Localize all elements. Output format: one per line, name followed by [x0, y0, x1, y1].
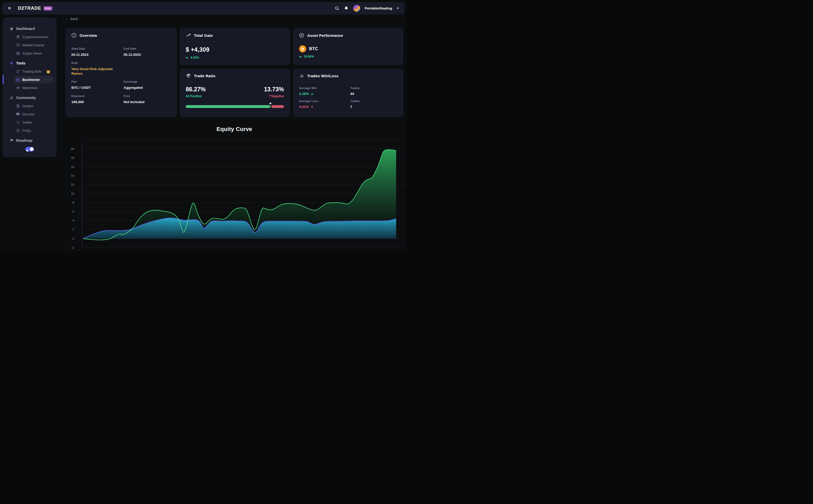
total-gain-change: 4.31%: [186, 56, 284, 59]
sidebar-item-label: FAQs: [22, 129, 31, 133]
total-gain-header: Total Gain: [186, 28, 284, 42]
sidebar-item-label: Twitter: [22, 120, 32, 124]
back-button[interactable]: ← back: [65, 17, 78, 21]
users-icon: [9, 96, 14, 100]
positive-percent: 86.27%: [186, 86, 206, 93]
ratio-marker-icon: [269, 103, 272, 105]
y-tick-label: 2: [73, 228, 74, 231]
overview-field-fees: FeesNot Included: [124, 94, 171, 104]
sidebar-item-market-events[interactable]: Market Events: [3, 41, 57, 49]
positive-count: 44 Positive: [186, 94, 202, 98]
triangle-up-icon: [311, 93, 313, 95]
total-gain-card: Total Gain $ +4,309 4.31%: [180, 28, 290, 65]
home-icon: [9, 27, 14, 31]
sidebar-item-label: Dashboard: [16, 27, 35, 31]
tools-icon: [9, 61, 14, 65]
trades-grid: Average Win 0.28% Trades 44 Average Loss…: [299, 86, 397, 109]
negative-count: 7 Negative: [269, 94, 284, 98]
sidebar-item-crypto-news[interactable]: Crypto News: [3, 49, 57, 57]
asset-name: BTC: [309, 46, 318, 51]
overview-field-risk: RiskVery Good Risk Adjusted Return: [71, 61, 124, 76]
eye-icon: [16, 86, 20, 90]
loss-trades-value: 7: [350, 105, 397, 109]
y-tick-label: 8: [73, 201, 74, 204]
divider: [186, 82, 284, 82]
y-tick-label: 14: [71, 174, 74, 177]
benchmark-line: [83, 218, 396, 239]
sidebar-item-backtester[interactable]: Backtester: [14, 76, 53, 83]
coins-icon: [16, 35, 20, 39]
trades-win-loss-card: Trades Win/Loss Average Win 0.28% Trades…: [293, 68, 403, 117]
ratio-numbers: 86.27% 13.73%: [186, 86, 284, 93]
sidebar-item-twitter[interactable]: Twitter: [3, 118, 57, 126]
y-tick-label: 0: [73, 237, 74, 240]
sidebar-item-label: Roadmap: [16, 138, 32, 143]
y-tick-label: 6: [73, 210, 74, 213]
divider: [186, 42, 284, 42]
app-root: ✕ D2TRADE LIVE PortableShading Dashboard…: [0, 0, 407, 252]
asset-performance-header: Asset Performance: [299, 28, 397, 42]
sidebar-item-trading-bots[interactable]: Trading Bots👑: [3, 68, 57, 75]
news-icon: [16, 51, 20, 55]
y-tick-label: 16: [71, 165, 74, 168]
negative-segment: [271, 105, 284, 108]
scale-icon: [186, 73, 191, 78]
sidebar-item-cryptocurrencies[interactable]: Cryptocurrencies: [3, 33, 57, 41]
ratio-progress-bar: [186, 105, 284, 108]
overview-field-start-date: Start Date04.11.2023: [71, 47, 124, 57]
search-icon[interactable]: [335, 6, 339, 11]
sidebar-item-guides[interactable]: Guides: [3, 102, 57, 110]
win-trades-value: 44: [350, 92, 397, 96]
avg-loss-cell: Average Loss 0.91%: [299, 100, 350, 109]
trades-win-loss-header: Trades Win/Loss: [299, 68, 397, 82]
negative-percent: 13.73%: [264, 86, 284, 93]
ratio-bar-wrap: [186, 105, 284, 108]
crown-icon: 👑: [46, 70, 50, 73]
triangle-up-icon: [186, 57, 188, 58]
equity-line: [83, 150, 396, 240]
sidebar-item-discord[interactable]: Discord: [3, 110, 57, 118]
y-tick-label: 12: [71, 183, 74, 186]
target-icon: [299, 33, 304, 38]
y-tick-label: 4: [73, 219, 74, 222]
chevron-down-icon[interactable]: [397, 8, 399, 9]
trade-ratio-header: Trade Ratio: [186, 68, 284, 82]
avatar[interactable]: [353, 5, 360, 12]
asset-change: 19.56%: [299, 55, 397, 58]
total-gain-title: Total Gain: [194, 33, 213, 38]
arrow-left-icon: ←: [65, 17, 69, 21]
sidebar: DashboardCryptocurrenciesMarket EventsCr…: [3, 17, 57, 157]
sidebar-item-faqs[interactable]: FAQs: [3, 127, 57, 134]
sidebar-item-dashboard[interactable]: Dashboard: [3, 25, 57, 32]
close-menu-icon[interactable]: ✕: [8, 6, 11, 10]
doc-icon: [16, 104, 20, 108]
sidebar-item-tools[interactable]: Tools: [3, 59, 57, 67]
triangle-up-icon: [299, 56, 302, 57]
overview-card-header: Overview: [71, 28, 171, 42]
y-tick-label: -2: [72, 246, 74, 249]
divider: [299, 42, 397, 42]
topbar: ✕ D2TRADE LIVE PortableShading: [2, 2, 404, 15]
sidebar-item-community[interactable]: Community: [3, 94, 57, 102]
divider: [299, 82, 397, 82]
triangle-down-icon: [311, 106, 313, 108]
toggle-knob: [30, 147, 34, 151]
sidebar-item-watchlists[interactable]: Watchlists: [3, 84, 57, 92]
y-tick-label: 20: [71, 147, 74, 150]
username[interactable]: PortableShading: [365, 6, 392, 10]
theme-toggle[interactable]: [25, 147, 34, 151]
sidebar-item-label: Community: [16, 96, 36, 100]
overview-field-exposure: Exposure100,000: [71, 94, 124, 104]
sidebar-item-label: Discord: [22, 112, 34, 116]
sidebar-item-label: Guides: [22, 104, 33, 108]
sidebar-item-label: Backtester: [22, 78, 40, 82]
asset-performance-card: Asset Performance ₿ BTC 19.56%: [293, 28, 403, 65]
grid-spacer: [124, 61, 171, 76]
sidebar-item-label: Trading Bots: [22, 70, 42, 73]
sidebar-item-label: Market Events: [22, 43, 44, 47]
topbar-right: PortableShading: [335, 5, 399, 12]
notifications-bell-icon[interactable]: [344, 6, 349, 11]
overview-fields: Start Date04.11.2023End Date05.12.2023Ri…: [71, 47, 171, 104]
overview-field-pair: PairBTC / USDT: [71, 80, 124, 90]
sidebar-item-roadmap[interactable]: Roadmap: [3, 137, 57, 144]
